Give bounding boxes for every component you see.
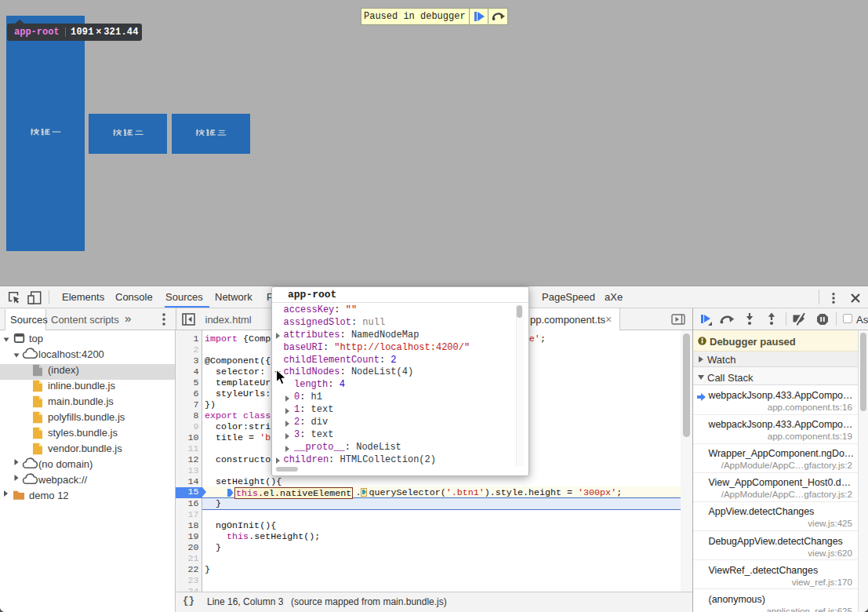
svg-text:vendor.bundle.js: vendor.bundle.js bbox=[48, 443, 122, 454]
svg-text:demo 12: demo 12 bbox=[29, 490, 69, 501]
svg-text:inline.bundle.js: inline.bundle.js bbox=[48, 380, 116, 392]
svg-text:localhost:4200: localhost:4200 bbox=[38, 348, 104, 360]
svg-text:polyfills.bundle.js: polyfills.bundle.js bbox=[48, 411, 125, 423]
svg-text:main.bundle.js: main.bundle.js bbox=[48, 395, 114, 407]
svg-text:(no domain): (no domain) bbox=[38, 458, 93, 470]
svg-text:top: top bbox=[29, 333, 43, 344]
svg-text:(index): (index) bbox=[48, 364, 79, 376]
svg-text:styles.bundle.js: styles.bundle.js bbox=[48, 427, 118, 439]
svg-text:webpack://: webpack:// bbox=[38, 474, 88, 486]
